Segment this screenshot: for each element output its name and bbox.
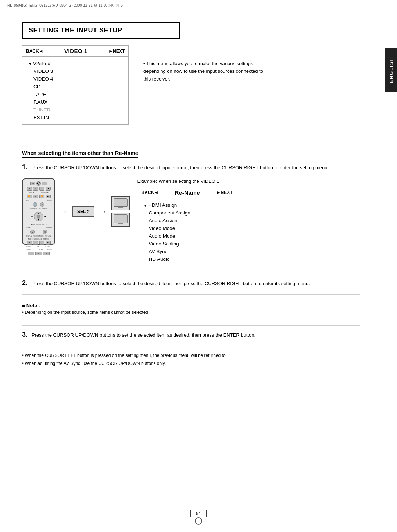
next-nav-1[interactable]: ►NEXT [108,49,125,54]
list-item[interactable]: Component Assign [137,209,236,217]
bottom-marker [195,517,202,525]
list-item[interactable]: AV Sync [137,248,236,255]
step-text-2: Press the CURSOR UP/DOWN buttons to sele… [32,279,310,288]
next-nav-2[interactable]: ►NEXT [217,190,233,195]
list-item[interactable]: V2/iPod [22,60,128,67]
divider-3 [22,294,360,295]
divider-2 [22,274,360,274]
menu-panel-1: BACK◄ VIDEO 1 ►NEXT V2/iPod VIDEO 3 VIDE… [22,45,129,125]
menu-items-1: V2/iPod VIDEO 3 VIDEO 4 CD TAPE F.AUX TU… [22,57,128,124]
step-number-2: 2. [22,279,29,287]
tv-icon-1 [111,196,130,210]
list-item[interactable]: EXT.IN [22,114,128,121]
page-header: RD-8504(G)_ENG_091217:RD-8504(G) 2009-12… [7,3,123,8]
arrow-icon: → [58,207,69,216]
directional-pad: ▲ ◄ E ► ▼ [34,212,43,221]
top-section: BACK◄ VIDEO 1 ►NEXT V2/iPod VIDEO 3 VIDE… [22,45,360,134]
step-2: 2. Press the CURSOR UP/DOWN buttons to s… [22,279,360,288]
list-item[interactable]: Audio Mode [137,232,236,240]
step-number-3: 3. [22,331,29,338]
file-reference: RD-8504(G)_ENG_091217:RD-8504(G) 2009-12… [7,3,123,7]
menu-items-2: HDMI Assign Component Assign Audio Assig… [137,198,236,266]
remote-control-illustration: CH▲ ⏻ — ⏮ 4/2 ⏸ ⏺ TUNE ◄PRESET ► ⏪ ► [22,178,55,245]
note-box: Note : Depending on the input source, so… [22,300,360,318]
tv-icon-2 [111,213,130,227]
list-item[interactable]: VIDEO 3 [22,67,128,75]
list-item[interactable]: F.AUX [22,98,128,106]
svg-rect-0 [114,199,127,207]
section-title: SETTING THE INPUT SETUP [29,26,122,34]
screen-icons [111,196,130,227]
list-item[interactable]: HD Audio [137,255,236,263]
step1-right: Example: When selecting the VIDEO 1 BACK… [137,178,360,266]
step-3: 3. Press the CURSOR UP/DOWN buttons to s… [22,331,360,339]
list-item[interactable]: HDMI Assign [137,201,236,209]
svg-rect-3 [118,223,123,224]
note-text: Depending on the input source, some item… [22,310,360,315]
page-number: 51 [190,510,207,517]
footer-notes: When the CURSOR LEFT button is pressed o… [22,352,360,368]
example-label: Example: When selecting the VIDEO 1 [137,178,360,184]
section-title-box: SETTING THE INPUT SETUP [22,22,180,39]
menu-panel-2: BACK◄ Re-Name ►NEXT HDMI Assign Componen… [137,187,236,266]
list-item: TUNER [22,106,128,114]
list-item[interactable]: TAPE [22,91,128,98]
back-nav-1[interactable]: BACK◄ [26,49,43,54]
step-number-1: 1. [22,163,29,171]
arrow-icon-2: → [97,207,108,216]
menu-title-1: VIDEO 1 [62,48,90,54]
step1-left-diagram: CH▲ ⏻ — ⏮ 4/2 ⏸ ⏺ TUNE ◄PRESET ► ⏪ ► [22,178,130,245]
list-item[interactable]: Video Mode [137,224,236,232]
back-nav-2[interactable]: BACK◄ [141,190,158,195]
description-text: This menu allows you to make the various… [143,45,268,83]
svg-rect-2 [114,215,127,223]
menu-panel-1-header: BACK◄ VIDEO 1 ►NEXT [22,46,128,57]
list-item[interactable]: CD [22,83,128,91]
list-item[interactable]: Audio Assign [137,217,236,224]
step-1: 1. Press the CURSOR UP/DOWN buttons to s… [22,163,360,172]
english-tab: ENGLISH [385,48,397,92]
menu-panel-2-header: BACK◄ Re-Name ►NEXT [137,187,236,198]
note-title: Note : [22,303,360,308]
list-item[interactable]: Video Scaling [137,240,236,248]
step1-diagram: CH▲ ⏻ — ⏮ 4/2 ⏸ ⏺ TUNE ◄PRESET ► ⏪ ► [22,178,360,266]
divider-4 [22,325,360,326]
footer-note-1: When the CURSOR LEFT button is pressed o… [22,352,360,360]
step-text-3: Press the CURSOR UP/DOWN buttons to set … [32,331,255,339]
svg-rect-1 [118,207,123,208]
section-divider-1 [22,145,360,145]
footer-note-2: When adjusting the AV Sync, use the CURS… [22,360,360,368]
divider-5 [22,344,360,344]
sel-button[interactable]: SEL > [72,206,94,217]
sub-heading: When selecting the items other than Re-N… [22,150,138,158]
step-text-1: Press the CURSOR UP/DOWN buttons to sele… [32,163,329,172]
menu-title-2: Re-Name [173,189,203,196]
list-item[interactable]: VIDEO 4 [22,75,128,83]
